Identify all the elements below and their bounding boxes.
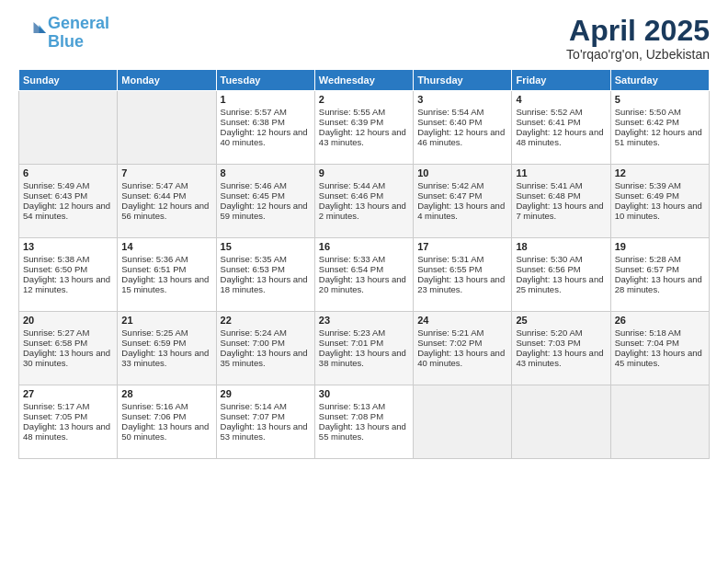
daylight-text: Daylight: 13 hours and 30 minutes.	[23, 348, 110, 368]
calendar-cell: 2Sunrise: 5:55 AMSunset: 6:39 PMDaylight…	[314, 91, 413, 165]
page: General Blue April 2025 To'rqao'rg'on, U…	[0, 0, 728, 563]
daylight-text: Daylight: 13 hours and 12 minutes.	[23, 274, 110, 294]
weekday-header: Sunday	[19, 70, 118, 91]
day-number: 5	[615, 94, 705, 105]
sunrise-text: Sunrise: 5:36 AM	[121, 254, 188, 264]
weekday-header: Thursday	[414, 70, 512, 91]
calendar-cell: 9Sunrise: 5:44 AMSunset: 6:46 PMDaylight…	[314, 165, 413, 238]
daylight-text: Daylight: 13 hours and 50 minutes.	[121, 421, 209, 442]
title-block: April 2025 To'rqao'rg'on, Uzbekistan	[566, 15, 710, 62]
calendar-cell: 18Sunrise: 5:30 AMSunset: 6:56 PMDayligh…	[512, 238, 610, 312]
daylight-text: Daylight: 13 hours and 7 minutes.	[516, 201, 603, 221]
daylight-text: Daylight: 13 hours and 33 minutes.	[121, 348, 209, 368]
daylight-text: Daylight: 13 hours and 55 minutes.	[319, 421, 406, 442]
sunset-text: Sunset: 6:46 PM	[319, 190, 383, 201]
sunrise-text: Sunrise: 5:44 AM	[319, 180, 385, 190]
daylight-text: Daylight: 13 hours and 53 minutes.	[221, 421, 308, 442]
daylight-text: Daylight: 12 hours and 48 minutes.	[516, 127, 603, 147]
daylight-text: Daylight: 13 hours and 4 minutes.	[417, 201, 505, 221]
calendar-cell: 17Sunrise: 5:31 AMSunset: 6:55 PMDayligh…	[414, 238, 512, 312]
sunrise-text: Sunrise: 5:23 AM	[319, 327, 385, 338]
day-number: 20	[23, 315, 113, 326]
location: To'rqao'rg'on, Uzbekistan	[566, 47, 710, 62]
sunrise-text: Sunrise: 5:20 AM	[516, 327, 582, 338]
sunrise-text: Sunrise: 5:52 AM	[516, 107, 582, 117]
calendar-cell	[610, 385, 709, 459]
calendar-week-row: 6Sunrise: 5:49 AMSunset: 6:43 PMDaylight…	[19, 165, 710, 238]
calendar-cell: 15Sunrise: 5:35 AMSunset: 6:53 PMDayligh…	[216, 238, 314, 312]
day-number: 8	[221, 167, 311, 178]
calendar-cell: 1Sunrise: 5:57 AMSunset: 6:38 PMDaylight…	[216, 91, 314, 165]
sunrise-text: Sunrise: 5:50 AM	[615, 107, 681, 117]
sunset-text: Sunset: 7:01 PM	[319, 338, 383, 348]
calendar-week-row: 13Sunrise: 5:38 AMSunset: 6:50 PMDayligh…	[19, 238, 710, 312]
daylight-text: Daylight: 13 hours and 23 minutes.	[417, 274, 505, 294]
sunset-text: Sunset: 6:56 PM	[516, 264, 580, 274]
sunrise-text: Sunrise: 5:21 AM	[417, 327, 483, 338]
daylight-text: Daylight: 13 hours and 38 minutes.	[319, 348, 406, 368]
sunrise-text: Sunrise: 5:33 AM	[319, 254, 385, 264]
day-number: 15	[221, 241, 311, 252]
sunset-text: Sunset: 6:51 PM	[121, 264, 186, 274]
daylight-text: Daylight: 12 hours and 43 minutes.	[319, 127, 406, 147]
calendar-cell: 11Sunrise: 5:41 AMSunset: 6:48 PMDayligh…	[512, 165, 610, 238]
day-number: 22	[221, 315, 311, 326]
sunset-text: Sunset: 6:55 PM	[417, 264, 482, 274]
day-number: 1	[221, 94, 311, 105]
sunrise-text: Sunrise: 5:47 AM	[121, 180, 188, 190]
day-number: 16	[319, 241, 409, 252]
sunrise-text: Sunrise: 5:14 AM	[221, 401, 287, 411]
calendar-cell: 29Sunrise: 5:14 AMSunset: 7:07 PMDayligh…	[216, 385, 314, 459]
sunrise-text: Sunrise: 5:16 AM	[121, 401, 188, 411]
day-number: 9	[319, 167, 409, 178]
calendar-cell: 20Sunrise: 5:27 AMSunset: 6:58 PMDayligh…	[19, 312, 118, 385]
calendar-cell: 14Sunrise: 5:36 AMSunset: 6:51 PMDayligh…	[118, 238, 216, 312]
calendar-cell: 6Sunrise: 5:49 AMSunset: 6:43 PMDaylight…	[19, 165, 118, 238]
calendar-cell: 10Sunrise: 5:42 AMSunset: 6:47 PMDayligh…	[414, 165, 512, 238]
day-number: 3	[417, 94, 507, 105]
day-number: 21	[121, 315, 211, 326]
calendar-cell: 22Sunrise: 5:24 AMSunset: 7:00 PMDayligh…	[216, 312, 314, 385]
day-number: 7	[121, 167, 211, 178]
calendar-week-row: 1Sunrise: 5:57 AMSunset: 6:38 PMDaylight…	[19, 91, 710, 165]
sunset-text: Sunset: 6:58 PM	[23, 338, 87, 348]
daylight-text: Daylight: 13 hours and 45 minutes.	[615, 348, 702, 368]
sunset-text: Sunset: 6:45 PM	[221, 190, 285, 201]
day-number: 11	[516, 167, 606, 178]
calendar-cell: 21Sunrise: 5:25 AMSunset: 6:59 PMDayligh…	[118, 312, 216, 385]
sunrise-text: Sunrise: 5:25 AM	[121, 327, 188, 338]
daylight-text: Daylight: 13 hours and 25 minutes.	[516, 274, 603, 294]
sunrise-text: Sunrise: 5:54 AM	[417, 107, 483, 117]
daylight-text: Daylight: 13 hours and 2 minutes.	[319, 201, 406, 221]
daylight-text: Daylight: 12 hours and 56 minutes.	[121, 201, 209, 221]
sunset-text: Sunset: 6:42 PM	[615, 117, 679, 127]
sunrise-text: Sunrise: 5:28 AM	[615, 254, 681, 264]
sunset-text: Sunset: 6:44 PM	[121, 190, 186, 201]
sunrise-text: Sunrise: 5:49 AM	[23, 180, 89, 190]
calendar-cell: 5Sunrise: 5:50 AMSunset: 6:42 PMDaylight…	[610, 91, 709, 165]
sunrise-text: Sunrise: 5:31 AM	[417, 254, 483, 264]
calendar-cell: 24Sunrise: 5:21 AMSunset: 7:02 PMDayligh…	[414, 312, 512, 385]
svg-marker-1	[34, 22, 47, 33]
weekday-header: Friday	[512, 70, 610, 91]
calendar-cell: 3Sunrise: 5:54 AMSunset: 6:40 PMDaylight…	[414, 91, 512, 165]
sunrise-text: Sunrise: 5:57 AM	[221, 107, 287, 117]
sunrise-text: Sunrise: 5:18 AM	[615, 327, 681, 338]
calendar-cell: 7Sunrise: 5:47 AMSunset: 6:44 PMDaylight…	[118, 165, 216, 238]
calendar-cell: 16Sunrise: 5:33 AMSunset: 6:54 PMDayligh…	[314, 238, 413, 312]
sunrise-text: Sunrise: 5:38 AM	[23, 254, 89, 264]
logo-line2: Blue	[48, 32, 84, 51]
day-number: 24	[417, 315, 507, 326]
day-number: 27	[23, 388, 113, 399]
logo-line1: General	[48, 14, 109, 32]
logo: General Blue	[18, 15, 109, 52]
day-number: 12	[615, 167, 705, 178]
calendar-cell: 30Sunrise: 5:13 AMSunset: 7:08 PMDayligh…	[314, 385, 413, 459]
day-number: 26	[615, 315, 705, 326]
day-number: 23	[319, 315, 409, 326]
weekday-header: Monday	[118, 70, 216, 91]
daylight-text: Daylight: 12 hours and 40 minutes.	[221, 127, 308, 147]
calendar-cell	[118, 91, 216, 165]
calendar-week-row: 27Sunrise: 5:17 AMSunset: 7:05 PMDayligh…	[19, 385, 710, 459]
daylight-text: Daylight: 13 hours and 18 minutes.	[221, 274, 308, 294]
